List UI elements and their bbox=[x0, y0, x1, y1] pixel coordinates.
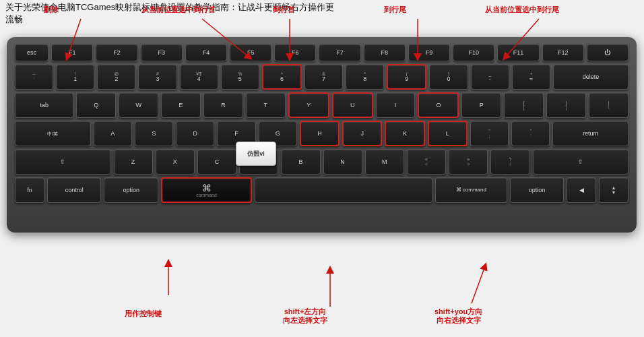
key-left: ◀ bbox=[567, 177, 596, 203]
key-p: P bbox=[461, 92, 501, 118]
annotation-shift-left: shift+左方向 向左选择文字 bbox=[283, 307, 327, 325]
key-power: ⏻ bbox=[587, 44, 629, 61]
key-tab: tab bbox=[15, 92, 73, 118]
key-k: K bbox=[385, 121, 424, 146]
key-i: I bbox=[376, 92, 416, 118]
key-4: ¥$4 bbox=[180, 64, 218, 90]
key-quote: "' bbox=[511, 121, 550, 146]
key-9: (9 bbox=[387, 64, 426, 90]
key-backtick: ~` bbox=[15, 64, 53, 90]
key-semicolon: "; bbox=[470, 121, 509, 146]
key-space bbox=[255, 177, 432, 203]
key-s: S bbox=[135, 121, 173, 146]
key-comma: «< bbox=[407, 149, 446, 175]
key-f12: F12 bbox=[542, 44, 584, 61]
asdf-row: 中/英 A S D F G H J K L "; "' return bbox=[15, 121, 629, 146]
key-b: B bbox=[281, 149, 320, 175]
key-lshift: ⇧ bbox=[15, 149, 111, 175]
key-j: J bbox=[342, 121, 382, 146]
svg-line-7 bbox=[472, 266, 485, 303]
title-line2: 流畅 bbox=[5, 13, 639, 26]
key-7: &7 bbox=[304, 64, 343, 90]
key-n: N bbox=[323, 149, 362, 175]
key-l: L bbox=[428, 121, 468, 146]
key-f9: F9 bbox=[408, 44, 450, 61]
key-6: ^6 bbox=[262, 64, 302, 90]
zxcv-row: ⇧ Z X C V B N M «< »> ?/ ⇧ bbox=[15, 149, 629, 175]
key-rshift: ⇧ bbox=[533, 149, 629, 175]
key-backslash: |\ bbox=[589, 92, 629, 118]
keyboard: esc F1 F2 F3 F4 F5 F6 F7 F8 F9 F10 F11 F… bbox=[7, 37, 637, 233]
key-0: )0 bbox=[429, 64, 468, 90]
key-option-right: option bbox=[510, 177, 565, 203]
key-command-right: ⌘ command bbox=[435, 177, 507, 203]
key-updown: ▲▼ bbox=[599, 177, 629, 203]
key-f8: F8 bbox=[364, 44, 406, 61]
key-command-left: ⌘command bbox=[161, 177, 252, 203]
key-u: U bbox=[332, 92, 373, 118]
key-f3: F3 bbox=[141, 44, 183, 61]
key-h: H bbox=[300, 121, 340, 146]
key-f10: F10 bbox=[453, 44, 494, 61]
key-t: T bbox=[246, 92, 286, 118]
key-return: return bbox=[552, 121, 629, 146]
key-equals: += bbox=[512, 64, 550, 90]
title-line1: 关于光荣使命电脑TCGames映射鼠标键盘设置的教学指南：让战斗更顺畅右方操作更 bbox=[5, 1, 639, 13]
title-area: 关于光荣使命电脑TCGames映射鼠标键盘设置的教学指南：让战斗更顺畅右方操作更… bbox=[0, 1, 644, 26]
key-fn: fn bbox=[15, 177, 44, 203]
key-f5: F5 bbox=[230, 44, 271, 61]
key-control: control bbox=[47, 177, 102, 203]
key-f11: F11 bbox=[497, 44, 539, 61]
vi-popup: 仿照vi bbox=[236, 142, 276, 166]
key-f1: F1 bbox=[51, 44, 93, 61]
key-minus: _- bbox=[471, 64, 509, 90]
vi-label: 仿照vi bbox=[247, 150, 265, 158]
key-option-left: option bbox=[104, 177, 158, 203]
key-e: E bbox=[161, 92, 201, 118]
key-x: X bbox=[156, 149, 195, 175]
key-f6: F6 bbox=[274, 44, 316, 61]
key-caps: 中/英 bbox=[15, 121, 91, 146]
key-lbracket: {[ bbox=[504, 92, 544, 118]
key-f2: F2 bbox=[96, 44, 137, 61]
key-a: A bbox=[94, 121, 132, 146]
key-period: »> bbox=[449, 149, 488, 175]
key-m: M bbox=[365, 149, 404, 175]
key-y: Y bbox=[288, 92, 329, 118]
key-w: W bbox=[119, 92, 158, 118]
bottom-row: fn control option ⌘command ⌘ command opt… bbox=[15, 177, 629, 203]
vi-key-popup: 仿照vi bbox=[236, 142, 276, 166]
key-2: @2 bbox=[97, 64, 135, 90]
key-d: D bbox=[176, 121, 214, 146]
key-8: *8 bbox=[346, 64, 384, 90]
annotation-shift-right: shift+you方向 向右选择文字 bbox=[434, 307, 482, 325]
annotation-command: 用作控制键 bbox=[125, 309, 162, 318]
key-q: Q bbox=[76, 92, 116, 118]
key-c: C bbox=[197, 149, 236, 175]
key-slash: ?/ bbox=[490, 149, 529, 175]
key-rbracket: }] bbox=[546, 92, 586, 118]
number-row: ~` !1 @2 #3 ¥$4 %5 ^6 &7 *8 (9 )0 _- += … bbox=[15, 64, 629, 90]
key-z: Z bbox=[114, 149, 153, 175]
keyboard-container: esc F1 F2 F3 F4 F5 F6 F7 F8 F9 F10 F11 F… bbox=[7, 37, 637, 233]
key-r: R bbox=[203, 92, 243, 118]
key-f7: F7 bbox=[319, 44, 360, 61]
key-delete: delete bbox=[553, 64, 629, 90]
key-o: O bbox=[418, 92, 459, 118]
key-f4: F4 bbox=[185, 44, 227, 61]
key-3: #3 bbox=[138, 64, 176, 90]
fn-row: esc F1 F2 F3 F4 F5 F6 F7 F8 F9 F10 F11 F… bbox=[15, 44, 629, 61]
key-5: %5 bbox=[221, 64, 259, 90]
key-esc: esc bbox=[15, 44, 49, 61]
qwerty-row: tab Q W E R T Y U I O P {[ }] |\ bbox=[15, 92, 629, 118]
key-1: !1 bbox=[56, 64, 94, 90]
